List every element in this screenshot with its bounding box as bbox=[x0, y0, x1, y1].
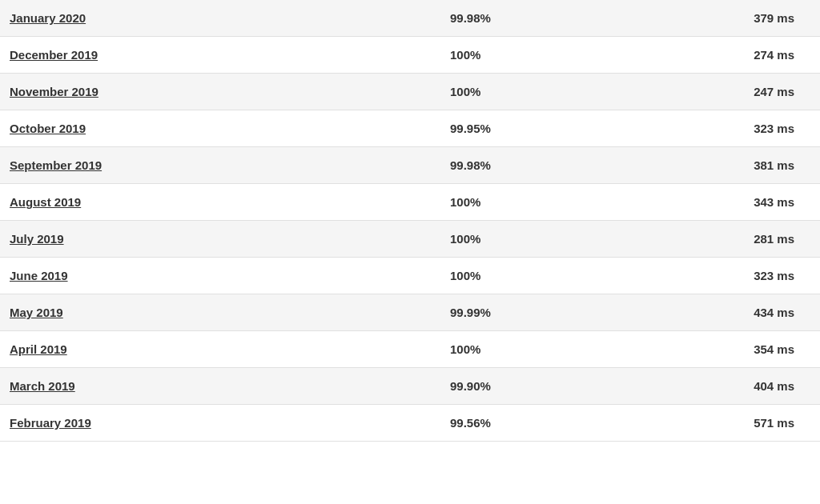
response-time-cell: 381 ms bbox=[626, 158, 810, 172]
response-time-cell: 281 ms bbox=[626, 232, 810, 246]
month-cell: August 2019 bbox=[10, 195, 450, 209]
response-time-cell: 323 ms bbox=[626, 122, 810, 135]
month-link[interactable]: January 2020 bbox=[10, 11, 86, 25]
table-row: January 202099.98%379 ms bbox=[0, 0, 820, 37]
response-time-cell: 404 ms bbox=[626, 379, 810, 393]
month-cell: October 2019 bbox=[10, 122, 450, 135]
response-time-cell: 247 ms bbox=[626, 85, 810, 98]
month-link[interactable]: February 2019 bbox=[10, 416, 91, 430]
month-cell: February 2019 bbox=[10, 416, 450, 430]
table-row: December 2019100%274 ms bbox=[0, 37, 820, 74]
table-row: July 2019100%281 ms bbox=[0, 221, 820, 258]
month-link[interactable]: July 2019 bbox=[10, 232, 64, 246]
uptime-cell: 100% bbox=[450, 48, 626, 62]
table-row: June 2019100%323 ms bbox=[0, 258, 820, 294]
uptime-table: January 202099.98%379 msDecember 2019100… bbox=[0, 0, 820, 442]
month-link[interactable]: November 2019 bbox=[10, 85, 98, 98]
month-cell: June 2019 bbox=[10, 269, 450, 282]
month-cell: March 2019 bbox=[10, 379, 450, 393]
month-cell: December 2019 bbox=[10, 48, 450, 62]
response-time-cell: 323 ms bbox=[626, 269, 810, 282]
month-link[interactable]: March 2019 bbox=[10, 379, 75, 393]
month-link[interactable]: August 2019 bbox=[10, 195, 81, 209]
uptime-cell: 100% bbox=[450, 269, 626, 282]
uptime-cell: 99.95% bbox=[450, 122, 626, 135]
month-cell: January 2020 bbox=[10, 11, 450, 25]
uptime-cell: 99.56% bbox=[450, 416, 626, 430]
uptime-cell: 99.98% bbox=[450, 158, 626, 172]
month-link[interactable]: September 2019 bbox=[10, 158, 102, 172]
month-cell: May 2019 bbox=[10, 306, 450, 319]
response-time-cell: 274 ms bbox=[626, 48, 810, 62]
table-row: March 201999.90%404 ms bbox=[0, 368, 820, 405]
month-cell: September 2019 bbox=[10, 158, 450, 172]
uptime-cell: 100% bbox=[450, 232, 626, 246]
month-link[interactable]: May 2019 bbox=[10, 306, 63, 319]
table-row: October 201999.95%323 ms bbox=[0, 110, 820, 147]
response-time-cell: 571 ms bbox=[626, 416, 810, 430]
month-cell: July 2019 bbox=[10, 232, 450, 246]
month-cell: November 2019 bbox=[10, 85, 450, 98]
table-row: November 2019100%247 ms bbox=[0, 74, 820, 110]
month-link[interactable]: April 2019 bbox=[10, 342, 67, 356]
table-row: February 201999.56%571 ms bbox=[0, 405, 820, 442]
table-row: September 201999.98%381 ms bbox=[0, 147, 820, 184]
month-link[interactable]: December 2019 bbox=[10, 48, 98, 62]
uptime-cell: 99.99% bbox=[450, 306, 626, 319]
month-link[interactable]: October 2019 bbox=[10, 122, 86, 135]
table-row: May 201999.99%434 ms bbox=[0, 294, 820, 331]
response-time-cell: 434 ms bbox=[626, 306, 810, 319]
month-cell: April 2019 bbox=[10, 342, 450, 356]
table-row: April 2019100%354 ms bbox=[0, 331, 820, 368]
uptime-cell: 100% bbox=[450, 195, 626, 209]
response-time-cell: 379 ms bbox=[626, 11, 810, 25]
uptime-cell: 99.98% bbox=[450, 11, 626, 25]
uptime-cell: 100% bbox=[450, 85, 626, 98]
response-time-cell: 343 ms bbox=[626, 195, 810, 209]
month-link[interactable]: June 2019 bbox=[10, 269, 68, 282]
uptime-cell: 100% bbox=[450, 342, 626, 356]
table-row: August 2019100%343 ms bbox=[0, 184, 820, 221]
response-time-cell: 354 ms bbox=[626, 342, 810, 356]
uptime-cell: 99.90% bbox=[450, 379, 626, 393]
